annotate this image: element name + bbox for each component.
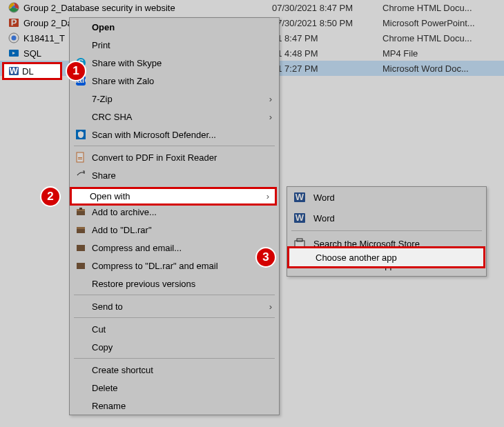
file-date: 21 8:47 PM bbox=[272, 33, 382, 43]
svg-rect-17 bbox=[78, 159, 82, 159]
submenu-word[interactable]: WWord bbox=[287, 187, 486, 208]
menu-compress-dlrar-email[interactable]: Compress to "DL.rar" and email bbox=[70, 257, 279, 275]
svg-rect-20 bbox=[79, 208, 82, 210]
file-type: MP4 File bbox=[382, 48, 493, 59]
word-icon: W bbox=[8, 63, 19, 74]
menu-separator bbox=[74, 146, 275, 146]
menu-copy[interactable]: Copy bbox=[70, 338, 279, 356]
foxit-icon bbox=[74, 150, 88, 164]
menu-create-shortcut[interactable]: Create shortcut bbox=[70, 361, 279, 379]
file-type: Chrome HTML Docu... bbox=[382, 33, 493, 43]
submenu-word[interactable]: WWord bbox=[287, 208, 486, 228]
menu-share-skype[interactable]: SShare with Skype bbox=[70, 54, 279, 72]
svg-text:P: P bbox=[11, 17, 17, 28]
word-icon: W bbox=[293, 190, 307, 204]
menu-share-zalo[interactable]: ZaloShare with Zalo bbox=[70, 72, 279, 90]
svg-point-5 bbox=[12, 36, 17, 41]
winrar-icon bbox=[74, 205, 88, 219]
svg-rect-23 bbox=[77, 245, 85, 251]
video-icon bbox=[8, 48, 19, 59]
callout-badge-1: 1 bbox=[66, 61, 86, 81]
menu-separator bbox=[74, 317, 275, 318]
svg-rect-16 bbox=[78, 157, 82, 158]
context-menu: Open Print SShare with Skype ZaloShare w… bbox=[69, 17, 280, 415]
file-row[interactable]: Group 2_Database security in website 07/… bbox=[0, 0, 504, 15]
menu-separator bbox=[74, 358, 275, 359]
menu-foxit[interactable]: Convert to PDF in Foxit Reader bbox=[70, 148, 279, 166]
file-size: 10 bbox=[493, 48, 504, 59]
svg-text:W: W bbox=[295, 192, 304, 202]
winrar-icon bbox=[74, 223, 88, 237]
file-date: 07/30/2021 8:47 PM bbox=[272, 3, 382, 13]
menu-print[interactable]: Print bbox=[70, 36, 279, 54]
svg-rect-29 bbox=[295, 241, 304, 248]
winrar-icon bbox=[74, 241, 88, 255]
chevron-right-icon: › bbox=[264, 301, 272, 312]
file-date: 21 7:27 PM bbox=[272, 63, 382, 74]
svg-text:W: W bbox=[295, 212, 304, 223]
svg-text:W: W bbox=[10, 63, 19, 73]
chevron-right-icon: › bbox=[264, 188, 272, 199]
menu-open[interactable]: Open bbox=[70, 18, 279, 36]
svg-rect-22 bbox=[77, 227, 85, 229]
chrome-icon bbox=[8, 32, 19, 43]
menu-crc-sha[interactable]: CRC SHA› bbox=[70, 108, 279, 126]
file-type: Microsoft Word Doc... bbox=[382, 63, 493, 74]
store-icon bbox=[293, 237, 307, 250]
chevron-right-icon: › bbox=[264, 112, 272, 122]
menu-send-to[interactable]: Send to› bbox=[70, 297, 279, 315]
chrome-icon bbox=[8, 2, 19, 13]
menu-open-with[interactable]: Open with› bbox=[70, 184, 279, 203]
submenu-search-store[interactable]: Search the Microsoft Store bbox=[287, 233, 486, 254]
menu-separator bbox=[291, 230, 482, 231]
menu-add-archive[interactable]: Add to archive... bbox=[70, 203, 279, 221]
menu-separator bbox=[74, 295, 275, 295]
callout-badge-3: 3 bbox=[255, 247, 276, 268]
menu-compress-email[interactable]: Compress and email... bbox=[70, 239, 279, 257]
chevron-right-icon: › bbox=[264, 94, 272, 104]
word-icon: W bbox=[293, 211, 307, 225]
menu-7zip[interactable]: 7-Zip› bbox=[70, 90, 279, 108]
file-name: Group 2_Database security in website bbox=[23, 3, 272, 13]
svg-rect-24 bbox=[77, 263, 85, 269]
share-icon bbox=[74, 168, 88, 182]
file-date: 07/30/2021 8:50 PM bbox=[272, 18, 382, 28]
file-date: 21 4:48 PM bbox=[272, 48, 382, 59]
menu-share[interactable]: Share bbox=[70, 166, 279, 184]
powerpoint-icon: P bbox=[8, 17, 19, 28]
winrar-icon bbox=[74, 259, 88, 272]
file-type: Microsoft PowerPoint... bbox=[382, 18, 493, 28]
menu-defender[interactable]: Scan with Microsoft Defender... bbox=[70, 126, 279, 143]
defender-icon bbox=[74, 128, 88, 141]
callout-badge-2: 2 bbox=[40, 186, 61, 207]
menu-rename[interactable]: Rename bbox=[70, 397, 279, 415]
menu-restore[interactable]: Restore previous versions bbox=[70, 275, 279, 292]
menu-delete[interactable]: Delete bbox=[70, 379, 279, 397]
open-with-submenu: WWord WWord Search the Microsoft Store C… bbox=[287, 186, 487, 277]
file-type: Chrome HTML Docu... bbox=[382, 3, 493, 13]
menu-cut[interactable]: Cut bbox=[70, 320, 279, 338]
menu-add-dlrar[interactable]: Add to "DL.rar" bbox=[70, 221, 279, 239]
submenu-choose-another-app[interactable]: Choose another app bbox=[287, 254, 486, 276]
